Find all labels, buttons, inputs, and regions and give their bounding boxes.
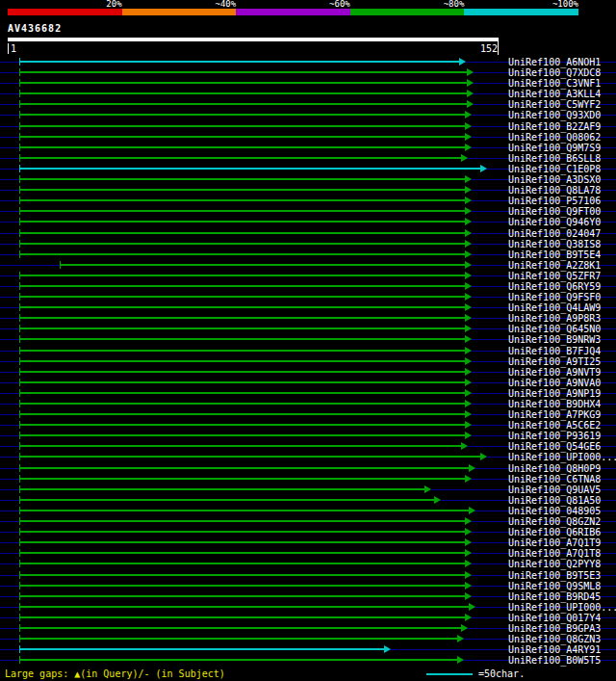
hit-label[interactable]: UniRef100_Q8H0P9 xyxy=(508,463,601,474)
scale-band xyxy=(8,9,578,15)
hit-label[interactable]: UniRef100_Q9M7S9 xyxy=(508,143,601,153)
alignment-row: UniRef100_A7PKG9 xyxy=(0,409,616,420)
hit-label[interactable]: UniRef100_Q81A50 xyxy=(508,495,601,506)
hit-bar-line xyxy=(19,381,465,383)
scale-segment-60-80 xyxy=(350,9,465,15)
hit-label[interactable]: UniRef100_A9P8R3 xyxy=(508,313,601,324)
hit-label[interactable]: UniRef100_B9GPA3 xyxy=(508,623,601,634)
hit-label[interactable]: UniRef100_B7FJQ4 xyxy=(508,346,601,356)
hit-label[interactable]: UniRef100_Q946Y0 xyxy=(508,217,601,227)
hit-label[interactable]: UniRef100_B0W5T5 xyxy=(508,655,601,666)
alignment-row: UniRef100_Q7XDC8 xyxy=(0,67,616,78)
hit-label[interactable]: UniRef100_UPI000... xyxy=(508,602,616,613)
hit-bar-arrowhead-icon xyxy=(469,464,475,472)
hit-label[interactable]: UniRef100_B9T5E4 xyxy=(508,249,601,260)
hit-bar-line xyxy=(19,178,465,180)
alignment-row: UniRef100_B9GPA3 xyxy=(0,623,616,634)
hit-bar-line xyxy=(19,520,465,522)
hit-label[interactable]: UniRef100_C5WYF2 xyxy=(508,99,601,110)
query-ruler xyxy=(8,38,498,41)
alignment-row: UniRef100_B9NRW3 xyxy=(0,334,616,345)
alignment-row: UniRef100_Q8GZN3 xyxy=(0,634,616,644)
hit-label[interactable]: UniRef100_A6NOH1 xyxy=(508,57,601,67)
hit-label[interactable]: UniRef100_B6SLL8 xyxy=(508,153,601,164)
hit-label[interactable]: UniRef100_Q08062 xyxy=(508,132,601,143)
hit-label[interactable]: UniRef100_Q9SML8 xyxy=(508,581,601,591)
hit-label[interactable]: UniRef100_P57106 xyxy=(508,196,601,206)
hit-bar-line xyxy=(19,360,465,362)
hit-label[interactable]: UniRef100_C6TNA8 xyxy=(508,474,601,485)
hit-label[interactable]: UniRef100_Q9FT00 xyxy=(508,206,601,217)
query-range: 1 152 xyxy=(8,43,498,54)
hit-label[interactable]: UniRef100_Q6RY59 xyxy=(508,281,601,292)
hit-label[interactable]: UniRef100_A7PKG9 xyxy=(508,409,601,420)
hit-label[interactable]: UniRef100_C3VNF1 xyxy=(508,78,601,89)
hit-label[interactable]: UniRef100_B9T5E3 xyxy=(508,570,601,581)
hit-label[interactable]: UniRef100_B9NRW3 xyxy=(508,334,601,345)
hit-bar-arrowhead-icon xyxy=(465,571,472,579)
hit-label[interactable]: UniRef100_A4RY91 xyxy=(508,644,601,655)
hit-label[interactable]: UniRef100_Q54GE6 xyxy=(508,441,601,452)
hit-label[interactable]: UniRef100_Q9FSF0 xyxy=(508,292,601,302)
alignment-row: UniRef100_Q38IS8 xyxy=(0,239,616,249)
alignment-row: UniRef100_A3KLL4 xyxy=(0,89,616,99)
hit-label[interactable]: UniRef100_Q8GZN2 xyxy=(508,516,601,527)
alignment-row: UniRef100_P57106 xyxy=(0,196,616,206)
alignment-row: UniRef100_A9TI25 xyxy=(0,356,616,367)
hit-label[interactable]: UniRef100_Q6RIB6 xyxy=(508,527,601,537)
hit-bar-arrowhead-icon xyxy=(457,635,464,642)
hit-bar-arrowhead-icon xyxy=(465,410,472,418)
hit-label[interactable]: UniRef100_A3KLL4 xyxy=(508,89,601,99)
hit-bar-line xyxy=(19,136,465,138)
hit-bar-arrowhead-icon xyxy=(465,240,472,248)
scale-segment-80-100 xyxy=(464,9,578,15)
hit-bar-line xyxy=(19,189,465,191)
hit-label[interactable]: UniRef100_024047 xyxy=(508,228,601,239)
hit-label[interactable]: UniRef100_048905 xyxy=(508,506,601,516)
hit-bar-arrowhead-icon xyxy=(465,218,472,225)
hit-bar-arrowhead-icon xyxy=(465,196,472,204)
hit-label[interactable]: UniRef100_A3DSX0 xyxy=(508,174,601,185)
alignment-row: UniRef100_Q2PYY8 xyxy=(0,559,616,569)
hit-label[interactable]: UniRef100_Q4LAW9 xyxy=(508,302,601,313)
hit-label[interactable]: UniRef100_B2ZAF9 xyxy=(508,121,601,132)
hit-bar-arrowhead-icon xyxy=(465,517,472,525)
hit-label[interactable]: UniRef100_Q8GZN3 xyxy=(508,634,601,644)
alignment-row: UniRef100_B9T5E3 xyxy=(0,570,616,581)
hit-label[interactable]: UniRef100_Q9UAV5 xyxy=(508,485,601,495)
hit-label[interactable]: UniRef100_Q8LA78 xyxy=(508,185,601,196)
alignment-row: UniRef100_A4RY91 xyxy=(0,644,616,655)
hit-label[interactable]: UniRef100_A2Z8K1 xyxy=(508,260,601,271)
hit-bar-line xyxy=(19,659,457,661)
hit-bar-line xyxy=(19,606,469,608)
hit-label[interactable]: UniRef100_B9RD45 xyxy=(508,591,601,602)
hit-label[interactable]: UniRef100_Q7XDC8 xyxy=(508,67,601,78)
hit-label[interactable]: UniRef100_Q2PYY8 xyxy=(508,559,601,569)
hit-label[interactable]: UniRef100_A9TI25 xyxy=(508,356,601,367)
hit-label[interactable]: UniRef100_Q017Y4 xyxy=(508,613,601,623)
hit-bar-line xyxy=(19,648,384,650)
hit-label[interactable]: UniRef100_Q645N0 xyxy=(508,324,601,334)
hit-label[interactable]: UniRef100_A9NVT9 xyxy=(508,367,601,378)
hit-label[interactable]: UniRef100_A7Q1T8 xyxy=(508,548,601,559)
hit-label[interactable]: UniRef100_Q93XD0 xyxy=(508,110,601,120)
hit-bar-arrowhead-icon xyxy=(465,229,472,237)
hit-bar-arrowhead-icon xyxy=(480,453,487,460)
hit-bar-line xyxy=(19,71,467,73)
hit-bar-line xyxy=(19,531,465,533)
hit-label[interactable]: UniRef100_Q5ZFR7 xyxy=(508,271,601,281)
hit-label[interactable]: UniRef100_Q38IS8 xyxy=(508,239,601,249)
hit-label[interactable]: UniRef100_A9NP19 xyxy=(508,388,601,399)
hit-label[interactable]: UniRef100_P93619 xyxy=(508,431,601,441)
hit-label[interactable]: UniRef100_B9DHX4 xyxy=(508,399,601,409)
hit-label[interactable]: UniRef100_C1E0P8 xyxy=(508,164,601,174)
hit-bar-line xyxy=(19,103,467,105)
hit-label[interactable]: UniRef100_A9NVA0 xyxy=(508,378,601,388)
hit-bar-line xyxy=(19,146,465,148)
hit-label[interactable]: UniRef100_A5C6E2 xyxy=(508,420,601,431)
hit-label[interactable]: UniRef100_A7Q1T9 xyxy=(508,537,601,548)
hit-bar-line xyxy=(19,317,465,319)
hit-bar-arrowhead-icon xyxy=(465,528,472,536)
hit-label[interactable]: UniRef100_UPI000... xyxy=(508,452,616,462)
alignment-row: UniRef100_B9DHX4 xyxy=(0,399,616,409)
